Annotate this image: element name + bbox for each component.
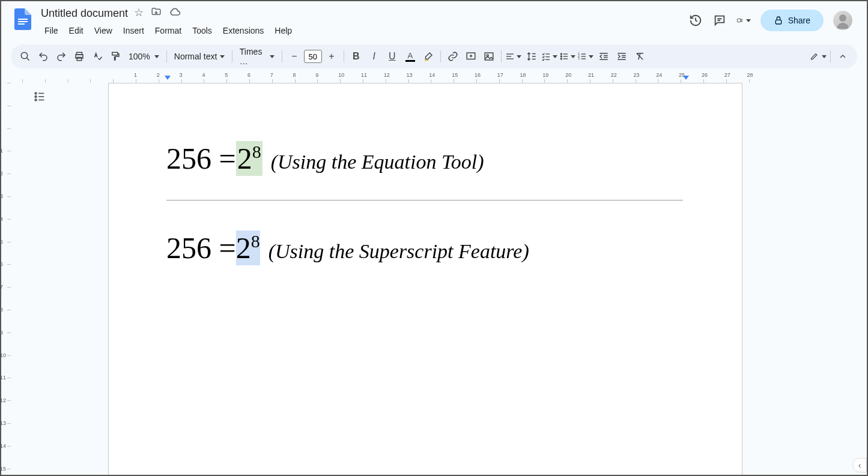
- svg-line-9: [26, 58, 29, 61]
- bold-icon[interactable]: B: [348, 48, 365, 65]
- move-icon[interactable]: [151, 6, 162, 21]
- document-content[interactable]: 256 = 28 (Using the Equation Tool) 256 =…: [166, 141, 684, 265]
- separator: [830, 50, 831, 62]
- separator: [501, 50, 502, 62]
- highlight-icon[interactable]: [420, 48, 437, 65]
- title-row: Untitled document ☆: [40, 5, 688, 22]
- separator: [166, 50, 167, 62]
- menu-insert[interactable]: Insert: [118, 23, 149, 38]
- expr2-exp: 8: [251, 231, 260, 251]
- logo-area: [11, 5, 40, 31]
- side-panel-toggle-icon[interactable]: ‹: [852, 458, 867, 472]
- history-icon[interactable]: [688, 13, 703, 28]
- menubar: File Edit View Insert Format Tools Exten…: [40, 22, 688, 40]
- spellcheck-icon[interactable]: [89, 48, 106, 65]
- search-icon[interactable]: [17, 48, 34, 65]
- horizontal-rule: [166, 200, 683, 200]
- svg-rect-1: [18, 21, 28, 22]
- paint-format-icon[interactable]: [107, 48, 124, 65]
- redo-icon[interactable]: [53, 48, 70, 65]
- bullet-list-icon[interactable]: [559, 48, 576, 65]
- print-icon[interactable]: [71, 48, 88, 65]
- svg-point-8: [21, 52, 28, 59]
- meet-icon[interactable]: [736, 13, 751, 28]
- svg-rect-5: [737, 19, 741, 22]
- line-equation-tool[interactable]: 256 = 28 (Using the Equation Tool): [166, 141, 684, 176]
- document-title[interactable]: Untitled document: [40, 7, 128, 20]
- right-margin-indicator[interactable]: [683, 76, 689, 80]
- svg-rect-2: [18, 23, 25, 25]
- vertical-ruler[interactable]: [1, 83, 11, 476]
- toolbar-wrap: 100% Normal text Times … − + B I U A 123: [1, 40, 867, 73]
- add-comment-icon[interactable]: [463, 48, 479, 65]
- menu-edit[interactable]: Edit: [64, 23, 88, 38]
- expr2-prefix[interactable]: 256 =: [166, 230, 236, 265]
- numbered-list-icon[interactable]: 123: [577, 48, 594, 65]
- svg-text:3: 3: [578, 57, 580, 60]
- star-icon[interactable]: ☆: [134, 6, 144, 21]
- italic-icon[interactable]: I: [366, 48, 383, 65]
- svg-point-32: [561, 58, 562, 59]
- increase-indent-icon[interactable]: [613, 48, 630, 65]
- expr1-prefix[interactable]: 256 =: [166, 141, 236, 176]
- canvas-area: 256 = 28 (Using the Equation Tool) 256 =…: [1, 73, 867, 476]
- clear-format-icon[interactable]: [631, 48, 648, 65]
- svg-rect-17: [485, 53, 493, 60]
- svg-point-28: [561, 53, 562, 55]
- caption2[interactable]: (Using the Superscript Feature): [269, 240, 529, 263]
- header-right: Share: [688, 5, 857, 31]
- left-margin-indicator[interactable]: [165, 76, 171, 80]
- comments-icon[interactable]: [712, 13, 727, 28]
- increase-font-icon[interactable]: +: [323, 48, 340, 65]
- separator: [282, 50, 282, 62]
- font-dropdown[interactable]: Times …: [236, 48, 278, 65]
- caption1[interactable]: (Using the Equation Tool): [271, 151, 484, 173]
- menu-extensions[interactable]: Extensions: [218, 23, 269, 38]
- svg-point-7: [839, 14, 846, 22]
- menu-file[interactable]: File: [40, 23, 63, 38]
- line-spacing-icon[interactable]: [523, 48, 540, 65]
- expr1-base: 2: [237, 142, 252, 175]
- horizontal-ruler[interactable]: [22, 73, 856, 83]
- expr1-power[interactable]: 28: [236, 141, 263, 176]
- share-label: Share: [788, 16, 810, 25]
- menu-tools[interactable]: Tools: [187, 23, 217, 38]
- undo-icon[interactable]: [35, 48, 52, 65]
- text-color-icon[interactable]: A: [402, 48, 419, 65]
- cloud-status-icon[interactable]: [169, 6, 181, 21]
- zoom-dropdown[interactable]: 100%: [125, 48, 163, 65]
- expr2-base: 2: [236, 231, 251, 265]
- collapse-toolbar-icon[interactable]: [834, 48, 851, 65]
- underline-icon[interactable]: U: [384, 48, 401, 65]
- zoom-value: 100%: [129, 52, 150, 61]
- svg-rect-6: [775, 20, 781, 24]
- font-size-input[interactable]: [304, 50, 322, 63]
- menu-help[interactable]: Help: [270, 23, 297, 38]
- separator: [232, 50, 232, 62]
- style-value: Normal text: [174, 52, 217, 61]
- insert-image-icon[interactable]: [481, 48, 497, 65]
- share-button[interactable]: Share: [760, 10, 824, 31]
- svg-point-30: [561, 56, 562, 57]
- link-icon[interactable]: [445, 48, 461, 65]
- document-scroll[interactable]: 256 = 28 (Using the Equation Tool) 256 =…: [22, 83, 856, 476]
- user-avatar[interactable]: [833, 11, 852, 30]
- menu-view[interactable]: View: [90, 23, 117, 38]
- font-value: Times …: [240, 47, 267, 66]
- decrease-font-icon[interactable]: −: [286, 48, 303, 65]
- editing-mode-icon[interactable]: [810, 48, 827, 65]
- docs-logo-icon[interactable]: [11, 7, 35, 31]
- svg-rect-0: [18, 19, 28, 20]
- page[interactable]: 256 = 28 (Using the Equation Tool) 256 =…: [108, 83, 742, 476]
- menu-format[interactable]: Format: [150, 23, 186, 38]
- checklist-icon[interactable]: [541, 48, 558, 65]
- line-superscript[interactable]: 256 = 28 (Using the Superscript Feature): [166, 230, 684, 265]
- expr2-power[interactable]: 28: [236, 230, 260, 265]
- svg-rect-13: [112, 52, 118, 55]
- decrease-indent-icon[interactable]: [595, 48, 612, 65]
- align-icon[interactable]: [505, 48, 522, 65]
- paragraph-style-dropdown[interactable]: Normal text: [171, 48, 228, 65]
- title-icons: ☆: [134, 6, 181, 21]
- lock-icon: [774, 16, 783, 25]
- separator: [344, 50, 344, 62]
